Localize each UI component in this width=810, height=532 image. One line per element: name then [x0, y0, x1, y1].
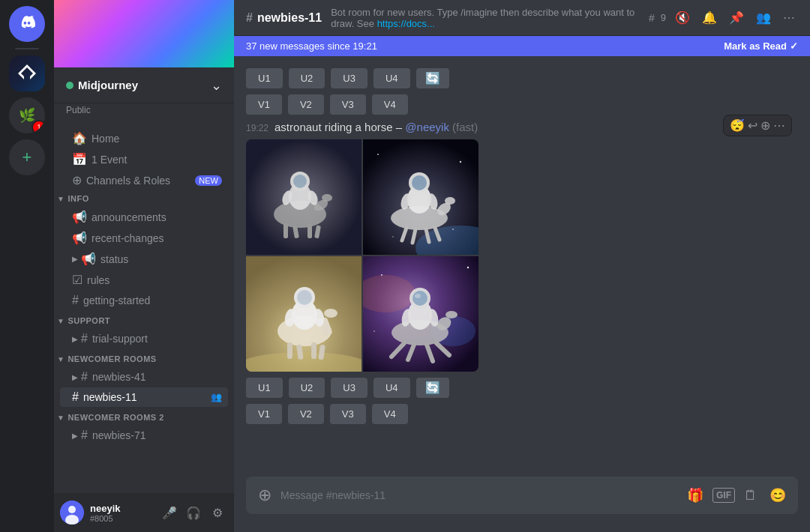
u3-top-button[interactable]: U3 — [331, 68, 368, 88]
u2-bot-button[interactable]: U2 — [289, 378, 326, 398]
channel-desc-link[interactable]: https://docs... — [377, 18, 435, 29]
channel-newbies-11[interactable]: # newbies-11 👥 — [60, 387, 228, 407]
react-sleep-button[interactable]: 😴 — [730, 118, 745, 133]
server-dropdown-icon[interactable]: ⌄ — [211, 77, 222, 94]
announcements-label: announcements — [92, 211, 222, 223]
mark-as-read-label: Mark as Read — [724, 40, 787, 52]
v4-bot-button[interactable]: V4 — [372, 404, 408, 424]
image-bottom-right[interactable] — [363, 256, 478, 372]
svg-rect-37 — [287, 342, 292, 359]
gif-button[interactable]: GIF — [712, 488, 735, 503]
v1-top-button[interactable]: V1 — [246, 94, 282, 115]
section-info-header[interactable]: ▼ INFO — [54, 191, 234, 206]
rules-icon: ☑ — [72, 273, 82, 287]
refresh-bot-button[interactable]: 🔄 — [416, 378, 449, 398]
deafen-button[interactable]: 🎧 — [183, 502, 204, 523]
sticker-button[interactable]: 🗒 — [741, 485, 760, 507]
message-mention[interactable]: @neeyik — [405, 121, 449, 133]
message-input[interactable] — [280, 481, 678, 510]
svg-point-18 — [460, 161, 461, 163]
react-add-button[interactable]: ⊕ — [760, 118, 770, 133]
member-count-icon: # — [649, 12, 655, 24]
section-newcomer-rooms-2-arrow: ▼ — [57, 414, 64, 422]
mark-as-read-icon: ✓ — [790, 40, 798, 52]
new-badge: NEW — [195, 175, 222, 186]
channel-hash: # — [246, 11, 253, 25]
section-newcomer-rooms: ▼ NEWCOMER ROOMS ▶ # newbies-41 # newbie… — [54, 351, 234, 407]
message-input-actions: 🎁 GIF 🗒 😊 — [684, 484, 789, 507]
mark-as-read-button[interactable]: Mark as Read ✓ — [724, 40, 798, 52]
channel-recent-changes[interactable]: 📢 recent-changes — [60, 228, 228, 248]
server-separator — [15, 48, 39, 49]
section-newcomer-rooms-2-header[interactable]: ▼ NEWCOMER ROOMS 2 — [54, 410, 234, 425]
react-more-button[interactable]: ⋯ — [773, 118, 785, 133]
u4-bot-button[interactable]: U4 — [374, 378, 410, 398]
bottom-button-row-2: V1 V2 V3 V4 — [246, 404, 798, 424]
channel-header-desc: Bot room for new users. Type /imagine th… — [331, 7, 640, 29]
midjourney-server-icon[interactable] — [9, 55, 45, 91]
u4-top-button[interactable]: U4 — [374, 68, 410, 88]
sidebar-item-channels-roles[interactable]: ⊕ Channels & Roles NEW — [60, 170, 228, 190]
section-support-header[interactable]: ▼ SUPPORT — [54, 313, 234, 328]
server-name: Midjourney — [78, 79, 138, 91]
channel-announcements[interactable]: 📢 announcements — [60, 207, 228, 227]
v3-bot-button[interactable]: V3 — [330, 404, 366, 424]
v1-bot-button[interactable]: V1 — [246, 404, 282, 424]
v3-top-button[interactable]: V3 — [330, 94, 366, 115]
u3-bot-button[interactable]: U3 — [331, 378, 368, 398]
more-button[interactable]: ⋯ — [780, 7, 798, 28]
emoji-button[interactable]: 😊 — [766, 484, 789, 507]
section-newcomer-rooms-header[interactable]: ▼ NEWCOMER ROOMS — [54, 351, 234, 366]
home-icon: 🏠 — [72, 131, 87, 145]
channel-newbies-41[interactable]: ▶ # newbies-41 — [60, 367, 228, 387]
mute-button[interactable]: 🎤 — [159, 502, 180, 523]
online-indicator — [66, 82, 74, 89]
newbies-71-icon: # — [81, 429, 88, 442]
bottom-button-row-1: U1 U2 U3 U4 🔄 — [246, 378, 798, 398]
section-newcomer-rooms-2: ▼ NEWCOMER ROOMS 2 ▶ # newbies-71 — [54, 410, 234, 445]
v4-top-button[interactable]: V4 — [372, 94, 408, 115]
image-top-left[interactable] — [246, 139, 362, 255]
channel-getting-started[interactable]: # getting-started — [60, 291, 228, 310]
channel-trial-support[interactable]: ▶ # trial-support — [60, 329, 228, 348]
image-grid — [246, 139, 478, 372]
svg-rect-5 — [284, 223, 288, 238]
sidebar-item-home[interactable]: 🏠 Home — [60, 128, 228, 148]
events-icon: 📅 — [72, 152, 87, 166]
server2-icon[interactable]: 🌿 — [9, 97, 45, 133]
settings-button[interactable]: ⚙ — [207, 502, 228, 523]
u1-top-button[interactable]: U1 — [246, 68, 283, 88]
channel-header-name: # newbies-11 — [246, 11, 322, 25]
v2-top-button[interactable]: V2 — [288, 94, 324, 115]
image-top-right[interactable] — [363, 139, 478, 255]
notification-button[interactable]: 🔔 — [699, 7, 720, 28]
image-bottom-left[interactable] — [246, 256, 362, 372]
mute-channel-button[interactable]: 🔇 — [672, 7, 693, 28]
message-text: astronaut riding a horse — [274, 121, 393, 133]
main-content: # newbies-11 Bot room for new users. Typ… — [234, 0, 810, 532]
react-reply-button[interactable]: ↩ — [748, 118, 758, 133]
pin-button[interactable]: 📌 — [726, 7, 747, 28]
section-info: ▼ INFO 📢 announcements 📢 recent-changes … — [54, 191, 234, 310]
channel-newbies-71[interactable]: ▶ # newbies-71 — [60, 426, 228, 445]
members-button[interactable]: 👥 — [753, 7, 774, 28]
sidebar-item-events[interactable]: 📅 1 Event — [60, 149, 228, 169]
u1-bot-button[interactable]: U1 — [246, 378, 283, 398]
section-newcomer-rooms-label: NEWCOMER ROOMS — [68, 354, 156, 363]
gift-button[interactable]: 🎁 — [684, 484, 706, 507]
v2-bot-button[interactable]: V2 — [288, 404, 324, 424]
svg-point-1 — [68, 506, 76, 513]
channel-status[interactable]: ▶ 📢 status — [60, 249, 228, 269]
server-header[interactable]: Midjourney ⌄ — [54, 67, 234, 103]
add-server-icon[interactable]: + — [9, 139, 45, 175]
messages-area[interactable]: U1 U2 U3 U4 🔄 V1 V2 V3 V4 😴 ↩ ⊕ ⋯ — [234, 56, 810, 477]
add-attachment-button[interactable]: ⊕ — [255, 477, 274, 514]
server-header-left: Midjourney — [66, 79, 138, 91]
channel-rules[interactable]: ☑ rules — [60, 270, 228, 290]
refresh-top-button[interactable]: 🔄 — [416, 68, 449, 88]
section-info-arrow: ▼ — [57, 195, 64, 203]
astro-img-4 — [363, 256, 478, 372]
section-newcomer-rooms-arrow: ▼ — [57, 355, 64, 363]
u2-top-button[interactable]: U2 — [289, 68, 326, 88]
home-server-icon[interactable] — [9, 6, 45, 42]
